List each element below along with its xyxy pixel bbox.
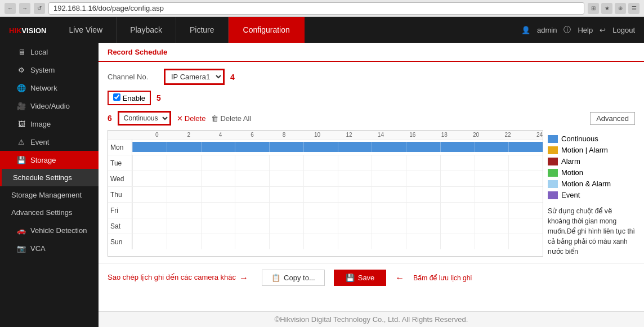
browser-icon-2[interactable]: ★: [601, 3, 612, 14]
legend-color-alarm: [548, 158, 558, 165]
nav-playback[interactable]: Playback: [117, 17, 176, 43]
schedule-row-thu[interactable]: Thu: [108, 186, 543, 202]
schedule-grid[interactable]: 0 2 4 6 8 10 12 14 16 18: [108, 130, 543, 257]
right-panel: Record Schedule Channel No. IP Camera1 4: [99, 43, 644, 327]
legend-color-motion-alarm: [548, 146, 558, 154]
delete-icon: ✕: [177, 114, 183, 123]
sidebar-item-event[interactable]: ⚠ Event: [0, 133, 99, 151]
save-button[interactable]: 💾 Save: [334, 270, 387, 286]
forward-button[interactable]: →: [19, 3, 30, 14]
browser-icon-4[interactable]: ☰: [628, 3, 639, 14]
content-header: Record Schedule: [99, 43, 644, 62]
legend-motion-and-alarm: Motion & Alarm: [548, 180, 635, 188]
nav-logout[interactable]: Logout: [612, 26, 635, 34]
schedule-toolbar: 6 Continuous ✕ Delete 🗑 Delete A: [108, 111, 635, 126]
delete-button[interactable]: ✕ Delete: [177, 114, 206, 123]
sidebar-item-network[interactable]: 🌐 Network: [0, 79, 99, 97]
copy-annotation: Sao chép lịch ghi đến các camera khác →: [108, 272, 248, 283]
legend-hint: Sử dụng chuột để vẽ khoảng thời gian mon…: [548, 206, 635, 257]
refresh-button[interactable]: ↺: [34, 3, 45, 14]
browser-icon-1[interactable]: ⊞: [588, 3, 599, 14]
legend: Continuous Motion | Alarm Alarm: [543, 130, 635, 257]
schedule-row-wed[interactable]: Wed: [108, 171, 543, 186]
sidebar-item-schedule-settings[interactable]: Schedule Settings: [0, 169, 99, 186]
badge-6: 6: [108, 114, 112, 123]
sidebar-item-storage[interactable]: 💾 Storage: [0, 151, 99, 169]
timeline-mon[interactable]: [132, 140, 543, 155]
nav-picture[interactable]: Picture: [176, 17, 229, 43]
schedule-row-mon[interactable]: Mon: [108, 139, 543, 155]
sidebar-item-video-audio[interactable]: 🎥 Video/Audio: [0, 97, 99, 115]
sidebar: 🖥 Local ⚙ System 🌐 Network 🎥 Video/Audio…: [0, 43, 99, 327]
logo-hik: HIK: [9, 26, 21, 35]
nav-help[interactable]: Help: [578, 26, 593, 34]
copy-button[interactable]: 📋 Copy to...: [262, 270, 325, 286]
schedule-row-tue[interactable]: Tue: [108, 155, 543, 171]
sidebar-item-image[interactable]: 🖼 Image: [0, 115, 99, 133]
legend-color-motion: [548, 169, 558, 177]
page-content: 🖥 Local ⚙ System 🌐 Network 🎥 Video/Audio…: [0, 43, 644, 327]
enable-row: Enable 5: [108, 91, 635, 105]
sidebar-item-system[interactable]: ⚙ System: [0, 61, 99, 79]
url-bar[interactable]: 192.168.1.16/doc/page/config.asp: [48, 2, 584, 15]
copy-icon: 📋: [271, 274, 280, 282]
local-icon: 🖥: [17, 47, 26, 56]
schedule-and-legend: 0 2 4 6 8 10 12 14 16 18: [108, 130, 635, 257]
nav-live-view[interactable]: Live View: [55, 17, 117, 43]
back-button[interactable]: ←: [5, 3, 16, 14]
nav-configuration[interactable]: Configuration: [229, 17, 305, 43]
arrow-save: ←: [395, 273, 404, 283]
legend-color-event: [548, 191, 558, 199]
copy-annotation-text: Sao chép lịch ghi đến các camera khác: [108, 272, 236, 283]
content-area: Record Schedule Channel No. IP Camera1 4: [99, 43, 644, 311]
enable-checkbox[interactable]: [113, 93, 120, 101]
storage-icon: 💾: [17, 155, 26, 164]
legend-motion-alarm: Motion | Alarm: [548, 146, 635, 154]
badge-5: 5: [156, 93, 161, 102]
system-icon: ⚙: [17, 65, 26, 74]
content-body: Channel No. IP Camera1 4 Enable: [99, 62, 644, 263]
logo-vision: VISION: [21, 26, 46, 35]
legend-color-motion-and-alarm: [548, 180, 558, 188]
record-type-select[interactable]: Continuous: [119, 112, 170, 124]
nav-user[interactable]: admin: [537, 26, 557, 34]
browser-icon-3[interactable]: ⊕: [615, 3, 626, 14]
sidebar-item-vehicle-detection[interactable]: 🚗 Vehicle Detection: [0, 221, 99, 239]
sidebar-item-advanced-settings[interactable]: Advanced Settings: [0, 204, 99, 221]
legend-continuous: Continuous: [548, 135, 635, 143]
day-mon: Mon: [108, 140, 132, 155]
save-icon: 💾: [346, 274, 355, 282]
schedule-header: 0 2 4 6 8 10 12 14 16 18: [108, 131, 543, 139]
channel-row: Channel No. IP Camera1 4: [108, 69, 635, 85]
legend-color-continuous: [548, 135, 558, 143]
nav-links: Live View Playback Picture Configuration: [55, 17, 512, 43]
bottom-bar: Sao chép lịch ghi đến các camera khác → …: [99, 263, 644, 292]
badge-4: 4: [230, 73, 235, 82]
save-annotation-text: Bấm để lưu lịch ghi: [413, 274, 472, 282]
video-icon: 🎥: [17, 101, 26, 110]
record-type-wrapper: Continuous: [118, 111, 171, 126]
footer: ©Hikvision Digital Technology Co., Ltd. …: [99, 311, 644, 327]
vca-icon: 📷: [17, 244, 26, 253]
channel-select[interactable]: IP Camera1: [165, 70, 223, 84]
browser-icons: ⊞ ★ ⊕ ☰: [588, 3, 639, 14]
legend-event: Event: [548, 191, 635, 199]
sidebar-item-local[interactable]: 🖥 Local: [0, 43, 99, 61]
nav-bar: HIKVISION Live View Playback Picture Con…: [0, 17, 644, 43]
channel-select-wrapper: IP Camera1: [164, 69, 225, 85]
channel-label: Channel No.: [108, 73, 158, 81]
advanced-button[interactable]: Advanced: [590, 112, 635, 125]
sidebar-item-storage-management[interactable]: Storage Management: [0, 186, 99, 204]
delete-all-button[interactable]: 🗑 Delete All: [211, 114, 251, 123]
arrow-copy: →: [239, 273, 248, 283]
sidebar-item-vca[interactable]: 📷 VCA: [0, 239, 99, 257]
vehicle-icon: 🚗: [17, 226, 26, 235]
schedule-row-sun[interactable]: Sun: [108, 234, 543, 249]
page-wrapper: ← → ↺ 192.168.1.16/doc/page/config.asp ⊞…: [0, 0, 644, 327]
enable-checkbox-wrapper[interactable]: Enable: [108, 91, 151, 105]
schedule-row-sat[interactable]: Sat: [108, 218, 543, 234]
legend-alarm: Alarm: [548, 157, 635, 165]
browser-bar: ← → ↺ 192.168.1.16/doc/page/config.asp ⊞…: [0, 0, 644, 17]
image-icon: 🖼: [17, 119, 26, 128]
schedule-row-fri[interactable]: Fri: [108, 202, 543, 218]
